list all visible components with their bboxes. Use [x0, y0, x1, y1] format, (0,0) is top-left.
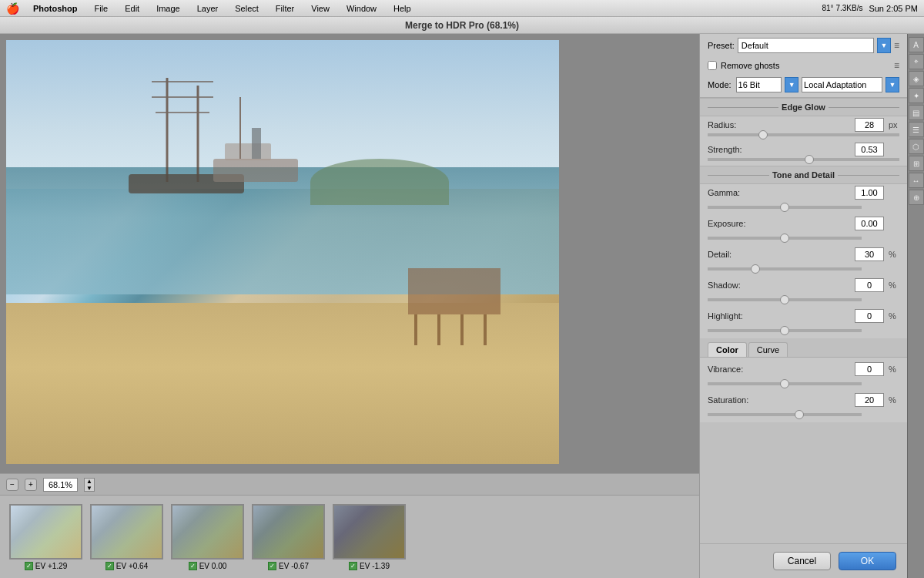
cancel-button[interactable]: Cancel — [773, 552, 831, 570]
film-check-1[interactable]: ✓ — [25, 562, 33, 570]
radius-unit: px — [889, 120, 899, 129]
menu-select[interactable]: Select — [232, 2, 262, 15]
film-check-4[interactable]: ✓ — [268, 562, 276, 570]
svg-rect-7 — [225, 143, 271, 160]
sidebar-icon-3[interactable]: ◈ — [909, 71, 924, 86]
canvas-area: − + ▲▼ ✓ EV +1.29 ✓ EV +0.64 — [0, 34, 699, 578]
tab-curve[interactable]: Curve — [748, 342, 788, 357]
filmstrip-item-1[interactable]: ✓ EV +1.29 — [9, 504, 82, 570]
highlight-value[interactable]: 0 — [855, 309, 884, 323]
preset-options-btn[interactable]: ≡ — [894, 40, 899, 51]
zoom-stepper[interactable]: ▲▼ — [84, 478, 95, 492]
exposure-slider[interactable] — [708, 237, 862, 240]
edge-glow-header[interactable]: Edge Glow — [700, 98, 907, 116]
bit-select[interactable]: 16 Bit 8 Bit 32 Bit — [736, 77, 782, 92]
svg-rect-6 — [213, 159, 298, 182]
menu-layer[interactable]: Layer — [194, 2, 222, 15]
film-ev-4: EV -0.67 — [279, 562, 309, 570]
preset-arrow-btn[interactable]: ▼ — [877, 38, 891, 53]
edge-glow-title: Edge Glow — [782, 102, 825, 112]
sidebar-icon-6[interactable]: ☰ — [909, 122, 924, 137]
canvas-bottom-bar: − + ▲▼ — [0, 473, 699, 495]
zoom-plus-button[interactable]: + — [25, 479, 37, 491]
filmstrip-item-4[interactable]: ✓ EV -0.67 — [252, 504, 325, 570]
remove-ghosts-checkbox[interactable] — [708, 61, 717, 70]
menu-edit[interactable]: Edit — [122, 2, 142, 15]
sidebar-icon-10[interactable]: ⊕ — [909, 190, 924, 205]
film-ev-5: EV -1.39 — [360, 562, 390, 570]
sidebar-icon-9[interactable]: ↔ — [909, 173, 924, 188]
menu-view[interactable]: View — [308, 2, 333, 15]
zoom-minus-button[interactable]: − — [6, 479, 18, 491]
sidebar-icon-7[interactable]: ⬡ — [909, 139, 924, 154]
sidebar-icon-4[interactable]: ✦ — [909, 88, 924, 103]
menu-image[interactable]: Image — [153, 2, 183, 15]
sidebar-icon-2[interactable]: ⌖ — [909, 54, 924, 69]
svg-rect-10 — [408, 268, 500, 314]
saturation-row: Saturation: 20 % — [700, 391, 907, 422]
filmstrip-item-3[interactable]: ✓ EV 0.00 — [171, 504, 244, 570]
highlight-slider[interactable] — [708, 329, 862, 332]
film-thumb-5[interactable] — [333, 504, 406, 560]
film-ev-2: EV +0.64 — [116, 562, 148, 570]
shadow-value[interactable]: 0 — [855, 278, 884, 292]
detail-label: Detail: — [708, 250, 754, 259]
exposure-label: Exposure: — [708, 219, 754, 228]
right-panel: Preset: Default Monochromatic Photoreali… — [699, 34, 907, 578]
app-name: Photoshop — [30, 2, 80, 15]
film-thumb-2[interactable] — [90, 504, 163, 560]
remove-ghosts-options[interactable]: ≡ — [894, 60, 899, 71]
highlight-row: Highlight: 0 % — [700, 307, 907, 338]
ok-button[interactable]: OK — [839, 552, 896, 570]
film-thumb-4[interactable] — [252, 504, 325, 560]
sidebar-icon-8[interactable]: ⊞ — [909, 156, 924, 171]
vibrance-slider[interactable] — [708, 382, 862, 385]
tab-color[interactable]: Color — [708, 342, 747, 357]
film-check-3[interactable]: ✓ — [189, 562, 197, 570]
color-curve-tabs: Color Curve — [700, 338, 907, 358]
zoom-input[interactable] — [43, 478, 78, 492]
gamma-value[interactable]: 1.00 — [855, 186, 884, 200]
shadow-slider[interactable] — [708, 298, 862, 301]
tone-detail-header[interactable]: Tone and Detail — [700, 166, 907, 184]
film-check-2[interactable]: ✓ — [105, 562, 114, 570]
apple-icon[interactable]: 🍎 — [6, 2, 19, 15]
film-ev-3: EV 0.00 — [199, 562, 227, 570]
titlebar: Merge to HDR Pro (68.1%) — [0, 17, 924, 34]
filmstrip-item-2[interactable]: ✓ EV +0.64 — [90, 504, 163, 570]
film-label-4: ✓ EV -0.67 — [268, 562, 309, 570]
radius-slider[interactable] — [708, 133, 899, 136]
canvas-wrapper[interactable] — [0, 34, 699, 473]
tone-select[interactable]: Local Adaptation Highlight Compression E… — [802, 77, 882, 92]
film-thumb-3[interactable] — [171, 504, 244, 560]
mode-label: Mode: — [708, 80, 732, 89]
tone-arrow-btn[interactable]: ▼ — [886, 77, 899, 92]
strength-slider[interactable] — [708, 158, 899, 161]
highlight-unit: % — [889, 311, 899, 321]
detail-value[interactable]: 30 — [855, 247, 884, 261]
film-label-2: ✓ EV +0.64 — [105, 562, 148, 570]
bit-arrow-btn[interactable]: ▼ — [785, 77, 798, 92]
menu-filter[interactable]: Filter — [273, 2, 297, 15]
highlight-label: Highlight: — [708, 311, 754, 321]
gamma-slider[interactable] — [708, 206, 862, 209]
film-thumb-1[interactable] — [9, 504, 82, 560]
radius-label: Radius: — [708, 120, 754, 129]
menu-help[interactable]: Help — [390, 2, 414, 15]
exposure-value[interactable]: 0.00 — [855, 217, 884, 230]
sidebar-icon-1[interactable]: A — [909, 37, 924, 52]
menu-file[interactable]: File — [91, 2, 111, 15]
detail-slider[interactable] — [708, 267, 862, 271]
filmstrip-item-5[interactable]: ✓ EV -1.39 — [333, 504, 406, 570]
film-check-5[interactable]: ✓ — [349, 562, 357, 570]
menu-window[interactable]: Window — [343, 2, 380, 15]
film-label-1: ✓ EV +1.29 — [25, 562, 67, 570]
saturation-slider[interactable] — [708, 413, 862, 416]
saturation-label: Saturation: — [708, 395, 754, 405]
vibrance-value[interactable]: 0 — [855, 362, 884, 376]
preset-select[interactable]: Default Monochromatic Photorealistic Sur… — [738, 38, 874, 53]
sidebar-icon-5[interactable]: ▤ — [909, 105, 924, 120]
mode-row: Mode: 16 Bit 8 Bit 32 Bit ▼ Local Adapta… — [700, 74, 907, 98]
saturation-value[interactable]: 20 — [855, 393, 884, 407]
shadow-unit: % — [889, 281, 899, 290]
